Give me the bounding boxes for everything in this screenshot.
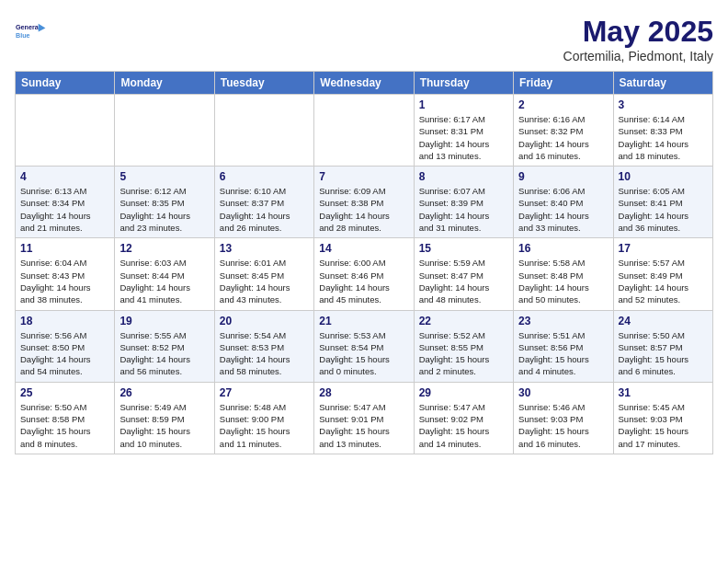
calendar-cell: 27Sunrise: 5:48 AM Sunset: 9:00 PM Dayli… <box>214 382 313 454</box>
day-number: 26 <box>119 386 209 399</box>
calendar-cell: 17Sunrise: 5:57 AM Sunset: 8:49 PM Dayli… <box>613 238 712 310</box>
calendar-week-1: 1Sunrise: 6:17 AM Sunset: 8:31 PM Daylig… <box>16 95 713 167</box>
day-info: Sunrise: 5:50 AM Sunset: 8:57 PM Dayligh… <box>619 329 708 378</box>
day-number: 11 <box>20 242 109 255</box>
day-info: Sunrise: 5:54 AM Sunset: 8:53 PM Dayligh… <box>220 329 309 378</box>
day-info: Sunrise: 5:46 AM Sunset: 9:03 PM Dayligh… <box>518 401 608 450</box>
svg-text:General: General <box>16 23 40 31</box>
day-info: Sunrise: 5:51 AM Sunset: 8:56 PM Dayligh… <box>518 329 608 378</box>
calendar-cell <box>314 95 414 167</box>
calendar-cell: 11Sunrise: 6:04 AM Sunset: 8:43 PM Dayli… <box>16 238 115 310</box>
day-number: 28 <box>319 386 408 399</box>
day-info: Sunrise: 5:45 AM Sunset: 9:03 PM Dayligh… <box>619 401 708 450</box>
calendar-cell: 5Sunrise: 6:12 AM Sunset: 8:35 PM Daylig… <box>115 167 214 238</box>
day-info: Sunrise: 6:07 AM Sunset: 8:39 PM Dayligh… <box>419 185 508 234</box>
calendar-cell: 30Sunrise: 5:46 AM Sunset: 9:03 PM Dayli… <box>514 382 613 454</box>
location: Cortemilia, Piedmont, Italy <box>563 49 713 63</box>
calendar-cell: 4Sunrise: 6:13 AM Sunset: 8:34 PM Daylig… <box>16 167 115 238</box>
calendar-cell: 24Sunrise: 5:50 AM Sunset: 8:57 PM Dayli… <box>613 310 712 382</box>
day-info: Sunrise: 6:12 AM Sunset: 8:35 PM Dayligh… <box>119 185 209 234</box>
day-info: Sunrise: 5:53 AM Sunset: 8:54 PM Dayligh… <box>319 329 408 378</box>
logo: GeneralBlue <box>15 15 48 48</box>
logo-icon: GeneralBlue <box>15 15 48 48</box>
day-number: 23 <box>518 315 608 327</box>
day-number: 13 <box>220 242 309 255</box>
calendar-table: SundayMondayTuesdayWednesdayThursdayFrid… <box>15 71 713 454</box>
day-info: Sunrise: 6:14 AM Sunset: 8:33 PM Dayligh… <box>619 113 708 162</box>
day-info: Sunrise: 5:49 AM Sunset: 8:59 PM Dayligh… <box>119 401 209 450</box>
calendar-cell <box>115 95 214 167</box>
calendar-cell <box>16 95 115 167</box>
calendar-week-3: 11Sunrise: 6:04 AM Sunset: 8:43 PM Dayli… <box>16 238 713 310</box>
day-info: Sunrise: 6:03 AM Sunset: 8:44 PM Dayligh… <box>119 257 209 305</box>
calendar-cell: 14Sunrise: 6:00 AM Sunset: 8:46 PM Dayli… <box>314 238 414 310</box>
month-title: May 2025 <box>563 15 713 49</box>
day-info: Sunrise: 6:00 AM Sunset: 8:46 PM Dayligh… <box>319 257 408 305</box>
day-number: 31 <box>619 386 708 399</box>
weekday-header-friday: Friday <box>514 72 613 95</box>
calendar-cell: 6Sunrise: 6:10 AM Sunset: 8:37 PM Daylig… <box>214 167 313 238</box>
calendar-cell: 26Sunrise: 5:49 AM Sunset: 8:59 PM Dayli… <box>115 382 214 454</box>
weekday-header-row: SundayMondayTuesdayWednesdayThursdayFrid… <box>16 72 713 95</box>
day-info: Sunrise: 6:10 AM Sunset: 8:37 PM Dayligh… <box>220 185 309 234</box>
day-info: Sunrise: 5:47 AM Sunset: 9:02 PM Dayligh… <box>419 401 508 450</box>
weekday-header-thursday: Thursday <box>414 72 513 95</box>
day-info: Sunrise: 5:52 AM Sunset: 8:55 PM Dayligh… <box>419 329 508 378</box>
day-info: Sunrise: 6:16 AM Sunset: 8:32 PM Dayligh… <box>518 113 608 162</box>
weekday-header-tuesday: Tuesday <box>214 72 313 95</box>
calendar-cell: 28Sunrise: 5:47 AM Sunset: 9:01 PM Dayli… <box>314 382 414 454</box>
day-number: 14 <box>319 242 408 255</box>
calendar-week-2: 4Sunrise: 6:13 AM Sunset: 8:34 PM Daylig… <box>16 167 713 238</box>
calendar-cell: 22Sunrise: 5:52 AM Sunset: 8:55 PM Dayli… <box>414 310 513 382</box>
title-block: May 2025 Cortemilia, Piedmont, Italy <box>563 15 713 63</box>
page-header: GeneralBlue May 2025 Cortemilia, Piedmon… <box>15 15 713 63</box>
day-info: Sunrise: 5:58 AM Sunset: 8:48 PM Dayligh… <box>518 257 608 305</box>
calendar-cell: 29Sunrise: 5:47 AM Sunset: 9:02 PM Dayli… <box>414 382 513 454</box>
weekday-header-monday: Monday <box>115 72 214 95</box>
calendar-cell: 23Sunrise: 5:51 AM Sunset: 8:56 PM Dayli… <box>514 310 613 382</box>
day-info: Sunrise: 5:55 AM Sunset: 8:52 PM Dayligh… <box>119 329 209 378</box>
day-number: 29 <box>419 386 508 399</box>
svg-text:Blue: Blue <box>16 31 30 40</box>
day-number: 15 <box>419 242 508 255</box>
day-info: Sunrise: 6:13 AM Sunset: 8:34 PM Dayligh… <box>20 185 109 234</box>
calendar-week-4: 18Sunrise: 5:56 AM Sunset: 8:50 PM Dayli… <box>16 310 713 382</box>
calendar-cell: 15Sunrise: 5:59 AM Sunset: 8:47 PM Dayli… <box>414 238 513 310</box>
day-info: Sunrise: 5:50 AM Sunset: 8:58 PM Dayligh… <box>20 401 109 450</box>
calendar-cell: 7Sunrise: 6:09 AM Sunset: 8:38 PM Daylig… <box>314 167 414 238</box>
calendar-cell: 31Sunrise: 5:45 AM Sunset: 9:03 PM Dayli… <box>613 382 712 454</box>
day-number: 16 <box>518 242 608 255</box>
day-number: 30 <box>518 386 608 399</box>
calendar-cell: 1Sunrise: 6:17 AM Sunset: 8:31 PM Daylig… <box>414 95 513 167</box>
day-info: Sunrise: 5:59 AM Sunset: 8:47 PM Dayligh… <box>419 257 508 305</box>
day-info: Sunrise: 5:47 AM Sunset: 9:01 PM Dayligh… <box>319 401 408 450</box>
day-info: Sunrise: 5:48 AM Sunset: 9:00 PM Dayligh… <box>220 401 309 450</box>
day-info: Sunrise: 6:01 AM Sunset: 8:45 PM Dayligh… <box>220 257 309 305</box>
day-number: 8 <box>419 170 508 183</box>
day-info: Sunrise: 5:56 AM Sunset: 8:50 PM Dayligh… <box>20 329 109 378</box>
calendar-week-5: 25Sunrise: 5:50 AM Sunset: 8:58 PM Dayli… <box>16 382 713 454</box>
day-number: 20 <box>220 315 309 327</box>
day-number: 3 <box>619 98 708 111</box>
calendar-cell: 13Sunrise: 6:01 AM Sunset: 8:45 PM Dayli… <box>214 238 313 310</box>
day-number: 10 <box>619 170 708 183</box>
calendar-cell <box>214 95 313 167</box>
calendar-cell: 21Sunrise: 5:53 AM Sunset: 8:54 PM Dayli… <box>314 310 414 382</box>
day-info: Sunrise: 6:05 AM Sunset: 8:41 PM Dayligh… <box>619 185 708 234</box>
day-number: 5 <box>119 170 209 183</box>
calendar-cell: 16Sunrise: 5:58 AM Sunset: 8:48 PM Dayli… <box>514 238 613 310</box>
calendar-cell: 25Sunrise: 5:50 AM Sunset: 8:58 PM Dayli… <box>16 382 115 454</box>
calendar-cell: 2Sunrise: 6:16 AM Sunset: 8:32 PM Daylig… <box>514 95 613 167</box>
day-info: Sunrise: 6:06 AM Sunset: 8:40 PM Dayligh… <box>518 185 608 234</box>
calendar-cell: 10Sunrise: 6:05 AM Sunset: 8:41 PM Dayli… <box>613 167 712 238</box>
day-number: 24 <box>619 315 708 327</box>
calendar-cell: 12Sunrise: 6:03 AM Sunset: 8:44 PM Dayli… <box>115 238 214 310</box>
weekday-header-saturday: Saturday <box>613 72 712 95</box>
day-number: 6 <box>220 170 309 183</box>
day-number: 7 <box>319 170 408 183</box>
calendar-cell: 3Sunrise: 6:14 AM Sunset: 8:33 PM Daylig… <box>613 95 712 167</box>
day-info: Sunrise: 6:04 AM Sunset: 8:43 PM Dayligh… <box>20 257 109 305</box>
day-info: Sunrise: 6:09 AM Sunset: 8:38 PM Dayligh… <box>319 185 408 234</box>
day-number: 4 <box>20 170 109 183</box>
day-number: 19 <box>119 315 209 327</box>
